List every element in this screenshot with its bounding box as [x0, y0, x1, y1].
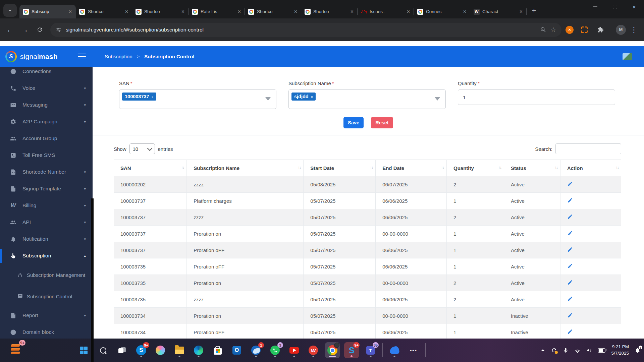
extensions-button[interactable] [594, 23, 607, 37]
sidebar-item-subscription[interactable]: Subscription ▴ [0, 247, 93, 264]
address-bar[interactable]: signalmash.gventure.info/#/subscription/… [50, 23, 561, 37]
subscription-name-select[interactable]: sjdjddx [288, 89, 446, 109]
edit-button[interactable] [567, 312, 573, 318]
maximize-button[interactable] [605, 0, 625, 13]
edge-button[interactable] [191, 342, 206, 358]
sidebar-toggle-button[interactable] [76, 52, 87, 61]
quantity-input[interactable] [458, 89, 615, 105]
skype-app-button[interactable]: S9+ [134, 342, 149, 358]
profile-avatar[interactable]: M [616, 25, 626, 35]
browser-tab[interactable]: Rate Lis× [189, 5, 245, 18]
sync-tray-icon[interactable] [551, 347, 557, 353]
bookmark-star-icon[interactable]: ☆ [550, 26, 556, 34]
dolphin-app-button[interactable] [387, 342, 402, 358]
microphone-tray-icon[interactable] [563, 348, 569, 353]
sidebar-subitem-subscription-control[interactable]: Subscription Control [0, 286, 93, 307]
speaker-tray-icon[interactable] [586, 347, 592, 353]
edit-button[interactable] [567, 247, 573, 252]
tab-close-icon[interactable]: × [237, 9, 241, 15]
column-header[interactable]: Subscription Name↑↓ [187, 160, 304, 176]
column-header[interactable]: Status↑↓ [504, 160, 560, 176]
breadcrumb-root[interactable]: Subscription [105, 54, 132, 59]
browser-tab[interactable]: Issues -× [358, 5, 414, 18]
screen-capture-extension-icon[interactable] [581, 26, 588, 33]
sidebar-subitem-subscription-management[interactable]: Subscription Management [0, 264, 93, 286]
taskbar-search-button[interactable] [96, 342, 110, 358]
column-header[interactable]: Quantity↑↓ [447, 160, 504, 176]
teams-button[interactable]: T35 [363, 342, 378, 358]
subscription-name-chip[interactable]: sjdjddx [291, 93, 316, 101]
browser-tab[interactable]: Shortco× [76, 5, 132, 18]
tab-close-icon[interactable]: × [350, 9, 354, 15]
browser-tab[interactable]: Shortco× [132, 5, 189, 18]
sidebar-item-a2p-campaign[interactable]: A2P Campaign ▾ [0, 113, 93, 130]
taskbar-corner-app-icon[interactable]: 9+ [8, 341, 23, 357]
edit-button[interactable] [567, 280, 573, 285]
hidden-icons-button[interactable] [540, 348, 545, 353]
sidebar-item-billing[interactable]: W Billing ▾ [0, 197, 93, 214]
sidebar-item-account-group[interactable]: Account Group [0, 130, 93, 147]
edit-button[interactable] [567, 230, 573, 236]
taskbar-more-button[interactable]: ••• [406, 342, 421, 358]
edit-button[interactable] [567, 329, 573, 335]
san-select[interactable]: 100003737x [119, 89, 276, 109]
sidebar-item-voice[interactable]: Voice ▾ [0, 80, 93, 97]
outlook-button[interactable]: O [229, 342, 244, 358]
header-avatar-image[interactable] [623, 53, 632, 60]
browser-tab[interactable]: Connec× [414, 5, 470, 18]
tab-close-icon[interactable]: × [406, 9, 411, 15]
edit-button[interactable] [567, 214, 573, 220]
sidebar-item-signup-template[interactable]: Signup Template ▾ [0, 180, 93, 197]
wps-office-button[interactable]: W [306, 342, 321, 358]
reload-button[interactable] [33, 23, 46, 37]
taskbar-clock[interactable]: 9:21 PM 5/7/2025 [611, 344, 629, 357]
column-header[interactable]: Action↑↓ [560, 160, 621, 176]
forward-button[interactable]: → [18, 23, 32, 37]
thunderbird-button[interactable]: 1 [249, 342, 263, 358]
chrome-button[interactable] [325, 342, 340, 358]
microsoft-store-button[interactable] [210, 342, 225, 358]
new-tab-button[interactable]: + [529, 5, 539, 16]
browser-tab[interactable]: Shortco× [301, 5, 358, 18]
file-explorer-button[interactable] [172, 342, 187, 358]
tab-close-icon[interactable]: × [181, 9, 185, 15]
edit-button[interactable] [567, 296, 573, 302]
sidebar-item-notification[interactable]: Notification ▾ [0, 231, 93, 247]
browser-tab[interactable]: Shortco× [245, 5, 301, 18]
san-chip[interactable]: 100003737x [122, 93, 156, 101]
column-header[interactable]: End Date↑↓ [376, 160, 447, 176]
tab-close-icon[interactable]: × [293, 9, 298, 15]
task-view-button[interactable] [115, 342, 129, 358]
battery-tray-icon[interactable] [598, 348, 605, 353]
edit-button[interactable] [567, 197, 573, 203]
sidebar-item-api[interactable]: API ▾ [0, 214, 93, 231]
signalmash-app-button[interactable]: S9+ [344, 342, 359, 358]
browser-menu-button[interactable]: ⋮ [627, 23, 641, 37]
page-size-select[interactable]: 10 [129, 143, 155, 154]
edit-button[interactable] [567, 263, 573, 269]
tab-search-button[interactable] [3, 4, 17, 17]
search-input[interactable] [555, 143, 621, 154]
tab-close-icon[interactable]: × [68, 9, 72, 15]
chip-remove-icon[interactable]: x [311, 94, 313, 99]
minimize-button[interactable] [586, 0, 605, 13]
edit-button[interactable] [567, 181, 573, 187]
sidebar-item-messaging[interactable]: Messaging ▾ [0, 97, 93, 113]
extension-orange-icon[interactable]: × [566, 26, 574, 34]
youtube-button[interactable] [287, 342, 302, 358]
whatsapp-button[interactable]: 3 [268, 342, 282, 358]
sidebar-item-domain-block[interactable]: Domain block [0, 324, 93, 339]
close-button[interactable]: × [625, 0, 644, 13]
sidebar-item-report[interactable]: Report ▾ [0, 307, 93, 324]
back-button[interactable]: ← [3, 23, 17, 37]
site-info-icon[interactable] [56, 27, 62, 33]
tab-close-icon[interactable]: × [124, 9, 129, 15]
sidebar-scrollbar[interactable] [91, 198, 94, 362]
chip-remove-icon[interactable]: x [152, 94, 154, 99]
copilot-button[interactable] [153, 342, 168, 358]
column-header[interactable]: Start Date↑↓ [304, 160, 376, 176]
notifications-button[interactable]: z [635, 347, 641, 353]
start-button[interactable] [76, 342, 91, 358]
browser-tab[interactable]: Subscrip× [19, 5, 76, 18]
reset-button[interactable]: Reset [371, 117, 393, 128]
